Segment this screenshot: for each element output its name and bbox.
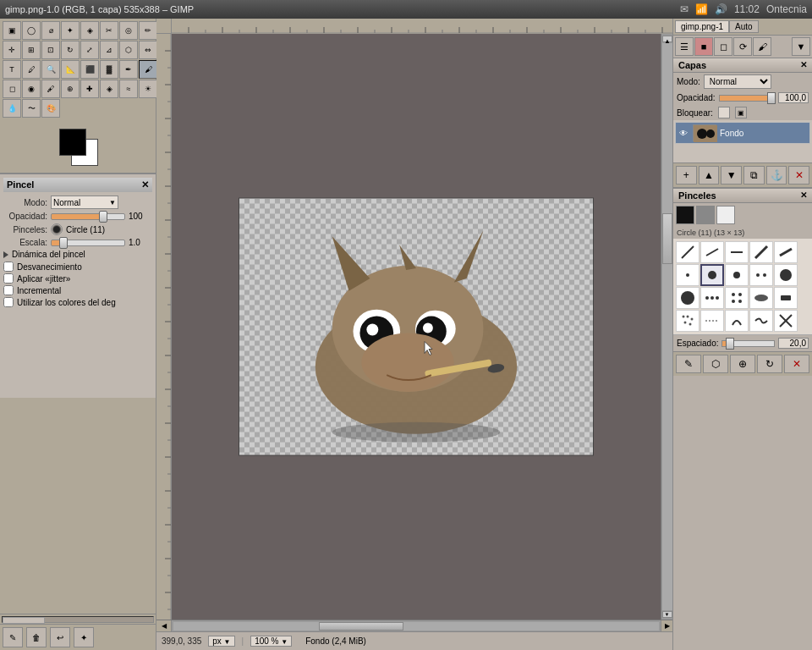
status-zoom-select[interactable]: 100 % ▼ [250,636,292,647]
brush-cell-15[interactable] [774,287,798,309]
duplicate-layer-btn[interactable]: ⧉ [743,166,765,185]
hscroll-thumb[interactable] [319,622,403,631]
incremental-checkbox[interactable] [3,285,14,295]
right-tb-btn6[interactable]: ▼ [792,37,810,56]
spacing-slider[interactable] [721,340,775,347]
right-tab-auto[interactable]: Auto [729,20,759,33]
undo-tool-btn[interactable]: ↩ [50,627,70,647]
flip-tool[interactable]: ⇔ [139,41,157,59]
brush-cell-8[interactable] [725,264,749,286]
horizontal-scrollbar[interactable]: ◀ ▶ [156,620,672,631]
shear-tool[interactable]: ⊿ [100,41,118,59]
measure-tool[interactable]: 📐 [61,60,80,79]
toolbox-hscrollbar[interactable] [0,614,156,624]
move-tool[interactable]: ✛ [3,41,21,59]
right-tb-btn4[interactable]: ⟳ [733,37,752,56]
brush-cell-11[interactable] [676,287,700,309]
anchor-layer-btn[interactable]: ⚓ [766,166,787,185]
fuzzy-select-tool[interactable]: ✦ [61,21,80,40]
refresh-brush-btn[interactable]: ↻ [757,355,782,373]
scale-thumb[interactable] [59,237,68,249]
rect-select-tool[interactable]: ▣ [3,21,21,40]
layer-item-fondo[interactable]: 👁 Fondo [675,122,810,144]
brush-cell-1[interactable] [676,241,700,263]
eraser-tool[interactable]: ◻ [3,80,21,98]
dynamics-row[interactable]: Dinámica del pincel [3,250,152,259]
brush-color-black[interactable] [676,206,694,224]
delete-brush-btn[interactable]: ✕ [784,355,809,373]
scale-slider[interactable] [51,240,125,246]
brush-cell-20[interactable] [774,310,798,332]
right-tab-image[interactable]: gimp.png-1 [675,20,729,33]
blend-tool[interactable]: ▓ [100,60,118,79]
layers-opacity-thumb[interactable] [767,92,776,104]
vscroll-up-btn[interactable]: ▲ [662,36,672,42]
brush-cell-18[interactable] [725,310,749,332]
mode-select[interactable]: Normal ▼ [51,196,118,209]
smudge-tool[interactable]: ≈ [119,80,138,98]
airbrush-tool[interactable]: ◉ [22,80,41,98]
paths-tool[interactable]: ✏ [139,21,157,40]
hscroll-left-btn[interactable]: ◀ [156,620,172,632]
color-picker-tool[interactable]: 🖊 [22,60,41,79]
brush-cell-16[interactable] [676,310,700,332]
jitter-checkbox[interactable] [3,273,14,284]
brush-cell-4[interactable] [749,241,773,263]
tool-options-close-icon[interactable]: ✕ [141,179,149,190]
new-tool-btn[interactable]: ✎ [3,627,23,647]
delete-layer-btn[interactable]: ✕ [788,166,809,185]
pencil-tool[interactable]: ✒ [119,60,138,79]
brush-cell-9[interactable] [749,264,773,286]
copy-brush-btn[interactable]: ⊕ [730,355,755,373]
new-layer-btn[interactable]: + [676,166,697,185]
brush-cell-10[interactable] [774,264,798,286]
brush-cell-6[interactable] [676,264,700,286]
vertical-scrollbar[interactable]: ▲ ▼ [661,34,672,620]
hscroll-right-btn[interactable]: ▶ [661,620,672,632]
layers-lock-pixels[interactable] [718,107,730,118]
free-select-tool[interactable]: ⌀ [41,21,60,40]
layers-lock-alpha[interactable]: ▣ [735,107,747,118]
brush-color-gray[interactable] [696,206,715,224]
script-tool-btn[interactable]: ✦ [74,627,94,647]
layer-visibility-icon[interactable]: 👁 [678,127,689,139]
new-brush-btn[interactable]: ✎ [676,355,701,373]
brush-cell-13[interactable] [725,287,749,309]
vscroll-thumb[interactable] [662,213,672,264]
paintbrush-tool[interactable]: 🖌 [139,60,157,79]
brush-cell-12[interactable] [700,287,724,309]
spacing-value[interactable]: 20,0 [778,338,809,349]
spacing-thumb[interactable] [726,338,734,350]
toolbox-scroll-thumb[interactable] [3,617,45,624]
opacity-slider[interactable] [51,213,125,220]
brush-color-white[interactable] [716,206,735,224]
delete-tool-btn[interactable]: 🗑 [26,627,47,647]
right-tb-btn2[interactable]: ■ [694,37,713,56]
convolve-tool[interactable]: ◈ [100,80,118,98]
water-tool[interactable]: 💧 [3,99,21,118]
right-tb-btn5[interactable]: 🖌 [753,37,771,56]
edit-brush-btn[interactable]: ⬡ [703,355,728,373]
layers-opacity-value[interactable]: 100,0 [778,92,809,103]
layers-opacity-slider[interactable] [719,95,775,102]
clone-tool[interactable]: ⊕ [61,80,80,98]
scale-tool[interactable]: ⤢ [80,41,99,59]
align-tool[interactable]: ⊞ [22,41,41,59]
magnify-tool[interactable]: 🔍 [41,60,60,79]
select-by-color-tool[interactable]: ◈ [80,21,99,40]
brush-cell-2[interactable] [700,241,724,263]
brush-cell-14[interactable] [749,287,773,309]
brush-cell-5[interactable] [774,241,798,263]
right-tb-btn1[interactable]: ☰ [675,37,694,56]
layers-close-icon[interactable]: ✕ [800,60,807,70]
text-tool[interactable]: T [3,60,21,79]
scissors-tool[interactable]: ✂ [100,21,118,40]
dodge-burn-tool[interactable]: ☀ [139,80,157,98]
wave-tool[interactable]: 〜 [22,99,41,118]
ellipse-select-tool[interactable]: ◯ [22,21,41,40]
crop-tool[interactable]: ⊡ [41,41,60,59]
perspective-tool[interactable]: ⬡ [119,41,138,59]
opacity-thumb[interactable] [99,211,107,223]
ink-tool[interactable]: 🖋 [41,80,60,98]
foreground-select-tool[interactable]: ◎ [119,21,138,40]
